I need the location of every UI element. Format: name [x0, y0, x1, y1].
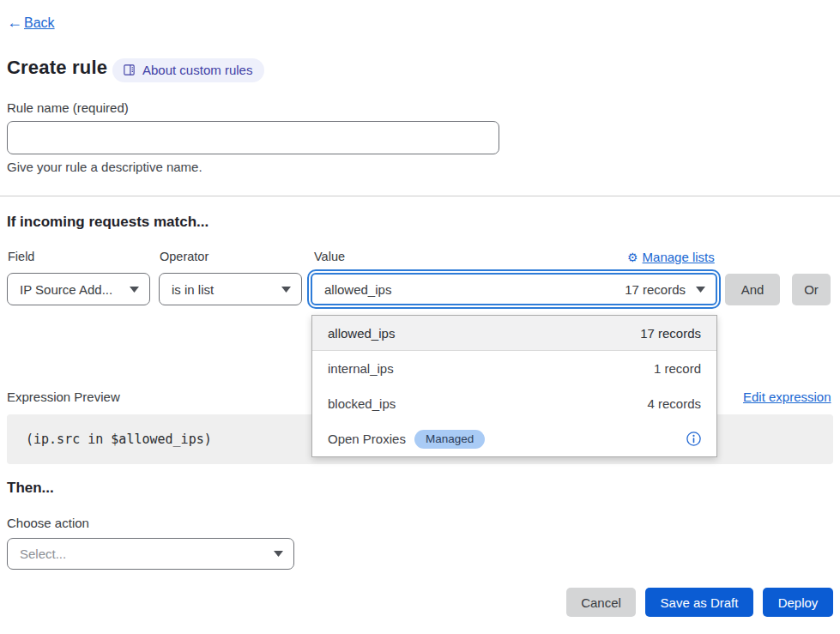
list-name: internal_ips	[328, 361, 394, 376]
about-custom-rules-label: About custom rules	[142, 63, 252, 77]
manage-lists-label: Manage lists	[643, 250, 715, 264]
expression-code: (ip.src in $allowed_ips)	[26, 432, 212, 447]
list-name: Open Proxies	[328, 432, 406, 446]
back-link[interactable]: ← Back	[7, 14, 55, 32]
value-select-focus-ring: allowed_ips 17 records	[307, 269, 721, 309]
then-section-heading: Then...	[7, 480, 54, 497]
back-label: Back	[24, 15, 55, 31]
operator-column-label: Operator	[160, 250, 208, 263]
operator-select-value: is in list	[172, 282, 214, 297]
field-column-label: Field	[8, 250, 34, 263]
chevron-down-icon	[281, 287, 291, 293]
rule-name-label: Rule name (required)	[7, 100, 129, 115]
section-divider	[0, 196, 840, 196]
value-select-records-count: 17 records	[625, 282, 686, 297]
action-select-placeholder: Select...	[20, 546, 66, 561]
chevron-down-icon	[274, 551, 283, 557]
book-icon	[123, 63, 136, 76]
save-as-draft-button[interactable]: Save as Draft	[645, 588, 753, 617]
list-records-count: 1 record	[654, 361, 701, 376]
match-section-heading: If incoming requests match...	[7, 214, 208, 231]
back-arrow-icon: ←	[7, 14, 22, 32]
value-select-selected: allowed_ips	[324, 282, 391, 297]
action-select[interactable]: Select...	[7, 538, 294, 570]
chevron-down-icon	[130, 287, 139, 293]
list-records-count: 17 records	[640, 326, 701, 341]
edit-expression-link[interactable]: Edit expression	[743, 389, 831, 404]
choose-action-label: Choose action	[7, 516, 89, 530]
dropdown-item-internal-ips[interactable]: internal_ips 1 record	[312, 351, 716, 386]
value-column-label: Value	[314, 250, 345, 263]
list-name: allowed_ips	[328, 326, 395, 341]
dropdown-item-blocked-ips[interactable]: blocked_ips 4 records	[312, 386, 716, 421]
dropdown-item-open-proxies[interactable]: Open Proxies Managed	[312, 421, 716, 456]
and-button[interactable]: And	[725, 274, 780, 305]
gear-icon: ⚙	[627, 251, 638, 263]
expression-preview-label: Expression Preview	[7, 389, 120, 404]
cancel-button[interactable]: Cancel	[566, 588, 636, 617]
create-rule-page: ← Back Create rule About custom rules Ru…	[0, 0, 840, 634]
rule-name-helper-text: Give your rule a descriptive name.	[7, 160, 202, 174]
list-name: blocked_ips	[328, 396, 396, 411]
value-dropdown-menu: allowed_ips 17 records internal_ips 1 re…	[311, 315, 717, 457]
rule-name-input[interactable]	[7, 121, 499, 154]
page-title: Create rule	[7, 57, 107, 79]
field-select[interactable]: IP Source Add...	[7, 273, 150, 305]
operator-select[interactable]: is in list	[159, 273, 302, 305]
or-button[interactable]: Or	[792, 274, 831, 305]
about-custom-rules-link[interactable]: About custom rules	[112, 58, 264, 82]
managed-badge: Managed	[414, 430, 485, 449]
field-select-value: IP Source Add...	[20, 282, 112, 297]
deploy-button[interactable]: Deploy	[763, 588, 833, 617]
info-icon[interactable]	[686, 432, 701, 446]
list-records-count: 4 records	[647, 396, 701, 411]
manage-lists-link[interactable]: ⚙ Manage lists	[627, 250, 719, 264]
chevron-down-icon	[696, 287, 705, 293]
value-select[interactable]: allowed_ips 17 records	[311, 273, 717, 305]
dropdown-item-allowed-ips[interactable]: allowed_ips 17 records	[312, 316, 716, 351]
